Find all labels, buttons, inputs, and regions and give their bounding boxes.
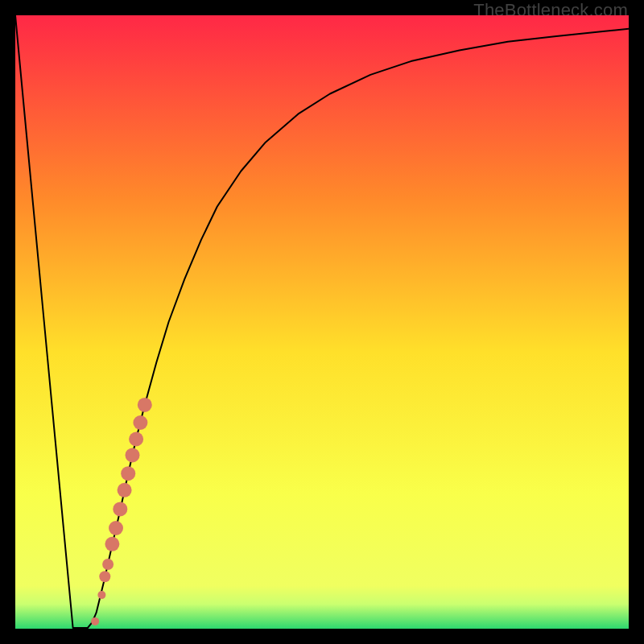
scatter-point xyxy=(118,483,132,497)
scatter-point xyxy=(102,559,114,570)
scatter-point xyxy=(133,415,147,430)
gradient-background xyxy=(15,15,629,629)
chart-frame: TheBottleneck.com xyxy=(0,0,644,644)
scatter-point xyxy=(105,537,119,551)
scatter-point xyxy=(126,448,140,462)
scatter-point xyxy=(138,398,152,412)
bottleneck-chart xyxy=(15,15,629,629)
scatter-point xyxy=(129,432,143,447)
scatter-point xyxy=(109,521,123,535)
plot-area xyxy=(15,15,629,629)
scatter-point xyxy=(97,591,105,599)
scatter-point xyxy=(121,466,135,481)
scatter-point xyxy=(91,617,99,625)
scatter-point xyxy=(99,571,110,582)
scatter-point xyxy=(113,502,127,516)
